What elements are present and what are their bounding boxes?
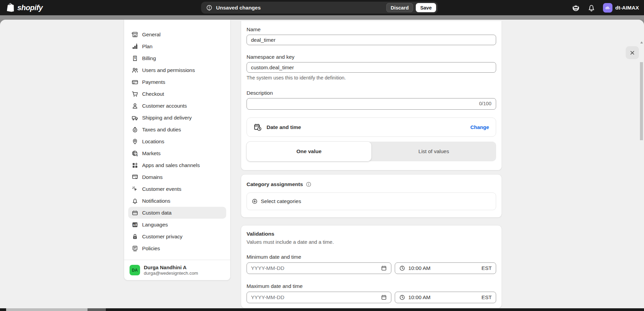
sidebar-item-label: Markets [142, 150, 160, 157]
cardinality-toggle: One value List of values [247, 142, 496, 161]
sidebar-item-billing[interactable]: $Billing [128, 52, 226, 64]
change-type-link[interactable]: Change [470, 124, 489, 130]
plan-icon [132, 43, 138, 50]
list-of-values-option[interactable]: List of values [371, 142, 496, 161]
shopify-wordmark: shopify [17, 3, 43, 12]
clock-icon [399, 265, 405, 271]
custom-data-icon [132, 209, 138, 216]
sidebar-item-users-and-permissions[interactable]: Users and permissions [128, 64, 226, 76]
max-date-input[interactable] [251, 294, 381, 300]
description-label: Description [247, 90, 496, 96]
min-date-input[interactable] [251, 265, 381, 271]
sidebar-item-markets[interactable]: $Markets [128, 147, 226, 159]
max-time-field[interactable]: 10:00 AM EST [395, 292, 496, 303]
sidebar-item-locations[interactable]: Locations [128, 135, 226, 147]
content-type-row: Date and time Change [247, 117, 496, 137]
save-button[interactable]: Save [416, 3, 436, 12]
sidebar-item-domains[interactable]: Domains [128, 171, 226, 183]
max-date-label: Maximum date and time [247, 283, 496, 289]
sidebar-item-label: Languages [142, 222, 168, 228]
sidebar-item-customer-accounts[interactable]: Customer accounts [128, 100, 226, 112]
min-time-value: 10:00 AM [408, 265, 431, 271]
sidebar-item-payments[interactable]: Payments [128, 76, 226, 88]
app-extension-icon[interactable] [572, 4, 580, 12]
user-profile[interactable]: DA Durga Nandhini A durga@wedesigntech.c… [124, 260, 230, 280]
screen: shopify Unsaved changes Discard Save dt-… [0, 0, 644, 311]
shopify-logo[interactable]: shopify [6, 3, 43, 13]
truck-icon [132, 114, 138, 121]
cursor-icon [132, 186, 138, 193]
sidebar-item-taxes-and-duties[interactable]: Taxes and duties [128, 124, 226, 135]
sidebar-item-label: Custom data [142, 210, 172, 216]
sidebar-item-customer-privacy[interactable]: Customer privacy [128, 231, 226, 242]
min-time-field[interactable]: 10:00 AM EST [395, 262, 496, 274]
sidebar-item-label: Customer privacy [142, 234, 182, 240]
max-timezone: EST [482, 294, 492, 300]
settings-modal: GeneralPlan$BillingUsers and permissions… [0, 20, 644, 311]
notifications-bell-icon[interactable] [587, 4, 596, 12]
sidebar-item-label: Billing [142, 55, 156, 61]
sidebar-item-general[interactable]: General [128, 29, 226, 40]
namespace-input[interactable] [247, 62, 496, 73]
payments-icon [132, 79, 138, 86]
horizontal-scrollbar [0, 308, 644, 311]
vertical-scrollbar-thumb[interactable] [640, 62, 643, 140]
sidebar-item-custom-data[interactable]: Custom data [128, 207, 226, 219]
namespace-label: Namespace and key [247, 54, 496, 60]
select-categories-label: Select categories [261, 198, 301, 204]
sidebar-item-label: Payments [142, 79, 165, 85]
min-timezone: EST [482, 265, 492, 271]
sidebar-item-label: Checkout [142, 91, 164, 97]
shopify-bag-icon [6, 3, 15, 13]
info-icon[interactable] [306, 181, 312, 187]
pin-icon [132, 138, 138, 145]
sidebar-item-policies[interactable]: Policies [128, 242, 226, 254]
policies-icon [132, 245, 138, 252]
sidebar-item-apps-and-sales-channels[interactable]: Apps and sales channels [128, 159, 226, 171]
users-icon [132, 67, 138, 74]
clock-icon [399, 294, 405, 300]
sidebar-item-languages[interactable]: ALanguages [128, 219, 226, 231]
sidebar-item-customer-events[interactable]: Customer events [128, 183, 226, 195]
definition-card: Name Namespace and key The system uses t… [241, 21, 502, 170]
description-input[interactable] [247, 98, 496, 110]
close-button[interactable] [626, 46, 639, 59]
discard-button[interactable]: Discard [386, 3, 413, 12]
validations-card: Validations Values must include a date a… [241, 225, 502, 308]
sidebar-item-label: Taxes and duties [142, 127, 181, 133]
content-type-label: Date and time [267, 124, 301, 130]
unsaved-changes-bar: Unsaved changes Discard Save [201, 2, 438, 14]
sidebar-item-plan[interactable]: Plan [128, 40, 226, 52]
store-icon [132, 31, 138, 38]
languages-icon: A [132, 221, 138, 228]
store-name: dt-AIMAX [615, 5, 639, 11]
plus-circle-icon [252, 198, 258, 204]
svg-text:$: $ [134, 56, 136, 59]
sidebar-item-shipping-and-delivery[interactable]: Shipping and delivery [128, 112, 226, 124]
calendar-clock-icon [254, 123, 261, 131]
max-date-field[interactable] [247, 292, 391, 303]
min-date-label: Minimum date and time [247, 254, 496, 260]
checkout-icon [132, 91, 138, 97]
topbar: shopify Unsaved changes Discard Save dt-… [0, 0, 644, 15]
sidebar-item-notifications[interactable]: Notifications [128, 195, 226, 207]
name-input[interactable] [247, 35, 496, 45]
lock-icon [132, 233, 138, 240]
bell-icon [132, 198, 138, 204]
globe-icon: $ [132, 150, 138, 157]
sidebar-item-label: General [142, 32, 160, 38]
max-time-value: 10:00 AM [408, 294, 431, 300]
sidebar-item-checkout[interactable]: Checkout [128, 88, 226, 100]
sidebar-item-label: Plan [142, 43, 153, 50]
sidebar-item-label: Users and permissions [142, 67, 195, 73]
scrollbar-up-arrow[interactable] [640, 41, 643, 43]
select-categories-button[interactable]: Select categories [247, 193, 496, 210]
min-date-field[interactable] [247, 262, 391, 274]
category-assignments-card: Category assignments Select categories [241, 174, 502, 218]
one-value-option[interactable]: One value [247, 142, 371, 161]
sidebar-item-label: Apps and sales channels [142, 162, 200, 168]
store-menu[interactable]: dt- dt-AIMAX [603, 3, 639, 13]
category-assignments-title: Category assignments [247, 181, 303, 187]
validations-subtitle: Values must include a date and a time. [247, 239, 496, 245]
horizontal-scrollbar-thumb[interactable] [6, 308, 87, 311]
